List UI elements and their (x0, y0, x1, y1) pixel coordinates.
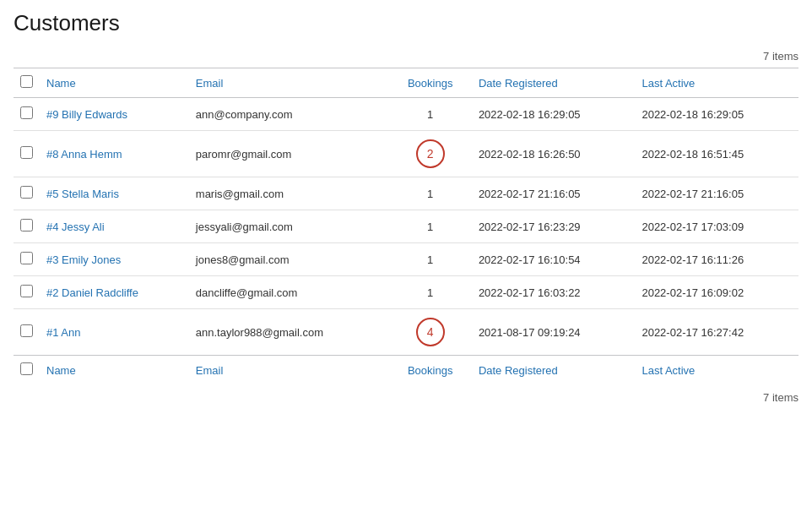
row-last-active: 2022-02-17 17:03:09 (635, 210, 798, 243)
table-body: #9 Billy Edwardsann@company.com12022-02-… (14, 98, 798, 356)
row-checkbox-cell[interactable] (14, 98, 40, 131)
row-checkbox[interactable] (20, 285, 33, 297)
table-row: #5 Stella Marismaris@gmail.com12022-02-1… (14, 177, 798, 210)
row-checkbox-cell[interactable] (14, 243, 40, 276)
row-email: jessyali@gmail.com (189, 210, 389, 243)
row-name: #4 Jessy Ali (40, 210, 189, 243)
customer-name-link[interactable]: #1 Ann (46, 326, 81, 339)
footer-bookings[interactable]: Bookings (389, 356, 472, 385)
row-email: maris@gmail.com (189, 177, 389, 210)
items-count-bottom: 7 items (14, 391, 798, 404)
header-date-registered[interactable]: Date Registered (472, 68, 636, 98)
customer-name-link[interactable]: #2 Daniel Radcliffe (46, 286, 138, 299)
table-header-row: Name Email Bookings Date Registered Last… (14, 68, 798, 98)
row-email: jones8@gmail.com (189, 243, 389, 276)
select-all-footer-checkbox[interactable] (20, 362, 33, 375)
row-bookings: 2 (389, 131, 472, 177)
row-checkbox-cell[interactable] (14, 309, 40, 356)
row-name: #3 Emily Jones (40, 243, 189, 276)
header-name[interactable]: Name (40, 68, 189, 98)
footer-last-active[interactable]: Last Active (635, 356, 798, 385)
row-checkbox[interactable] (20, 146, 33, 159)
row-checkbox-cell[interactable] (14, 177, 40, 210)
row-checkbox-cell[interactable] (14, 131, 40, 177)
row-name: #8 Anna Hemm (40, 131, 189, 177)
customer-name-link[interactable]: #9 Billy Edwards (46, 108, 127, 121)
booking-circle: 4 (416, 318, 445, 346)
row-checkbox[interactable] (20, 106, 33, 119)
row-date-registered: 2022-02-17 16:23:29 (472, 210, 636, 243)
table-row: #4 Jessy Alijessyali@gmail.com12022-02-1… (14, 210, 798, 243)
table-row: #8 Anna Hemmparomr@gmail.com22022-02-18 … (14, 131, 798, 177)
footer-date-registered[interactable]: Date Registered (472, 356, 636, 385)
row-date-registered: 2022-02-18 16:29:05 (472, 98, 636, 131)
row-name: #9 Billy Edwards (40, 98, 189, 131)
table-row: #1 Annann.taylor988@gmail.com42021-08-17… (14, 309, 798, 356)
select-all-checkbox[interactable] (20, 75, 33, 88)
booking-value: 1 (427, 253, 433, 266)
table-row: #9 Billy Edwardsann@company.com12022-02-… (14, 98, 798, 131)
row-bookings: 1 (389, 276, 472, 309)
row-date-registered: 2022-02-17 21:16:05 (472, 177, 636, 210)
row-date-registered: 2021-08-17 09:19:24 (472, 309, 636, 356)
row-last-active: 2022-02-17 21:16:05 (635, 177, 798, 210)
row-last-active: 2022-02-17 16:27:42 (635, 309, 798, 356)
row-checkbox[interactable] (20, 324, 33, 337)
customers-table: Name Email Bookings Date Registered Last… (14, 68, 798, 384)
row-last-active: 2022-02-18 16:29:05 (635, 98, 798, 131)
booking-value: 1 (427, 108, 433, 121)
table-row: #2 Daniel Radcliffedancliffe@gmail.com12… (14, 276, 798, 309)
page-wrapper: Customers 7 items Name Email Bookings Da… (0, 0, 812, 512)
row-email: ann@company.com (189, 98, 389, 131)
booking-value: 1 (427, 286, 433, 299)
row-email: paromr@gmail.com (189, 131, 389, 177)
row-checkbox[interactable] (20, 219, 33, 231)
customer-name-link[interactable]: #8 Anna Hemm (46, 148, 122, 161)
table-footer-row: Name Email Bookings Date Registered Last… (14, 356, 798, 385)
row-name: #5 Stella Maris (40, 177, 189, 210)
row-last-active: 2022-02-17 16:09:02 (635, 276, 798, 309)
booking-value: 1 (427, 221, 433, 233)
row-checkbox[interactable] (20, 186, 33, 199)
booking-value: 1 (427, 188, 433, 200)
header-last-active[interactable]: Last Active (635, 68, 798, 98)
footer-email[interactable]: Email (189, 356, 389, 385)
row-last-active: 2022-02-17 16:11:26 (635, 243, 798, 276)
row-name: #2 Daniel Radcliffe (40, 276, 189, 309)
row-checkbox-cell[interactable] (14, 276, 40, 309)
row-email: dancliffe@gmail.com (189, 276, 389, 309)
row-checkbox[interactable] (20, 252, 33, 264)
customer-name-link[interactable]: #3 Emily Jones (46, 253, 121, 266)
customer-name-link[interactable]: #5 Stella Maris (46, 188, 119, 200)
footer-name[interactable]: Name (40, 356, 189, 385)
row-bookings: 4 (389, 309, 472, 356)
row-name: #1 Ann (40, 309, 189, 356)
row-bookings: 1 (389, 243, 472, 276)
row-date-registered: 2022-02-18 16:26:50 (472, 131, 636, 177)
items-count-top: 7 items (14, 50, 798, 63)
row-checkbox-cell[interactable] (14, 210, 40, 243)
booking-circle: 2 (416, 139, 445, 168)
row-bookings: 1 (389, 177, 472, 210)
row-bookings: 1 (389, 210, 472, 243)
row-date-registered: 2022-02-17 16:03:22 (472, 276, 636, 309)
row-email: ann.taylor988@gmail.com (189, 309, 389, 356)
header-bookings[interactable]: Bookings (389, 68, 472, 98)
row-bookings: 1 (389, 98, 472, 131)
row-date-registered: 2022-02-17 16:10:54 (472, 243, 636, 276)
customer-name-link[interactable]: #4 Jessy Ali (46, 221, 105, 233)
table-row: #3 Emily Jonesjones8@gmail.com12022-02-1… (14, 243, 798, 276)
page-title: Customers (14, 10, 798, 36)
header-email[interactable]: Email (189, 68, 389, 98)
footer-checkbox-cell[interactable] (14, 356, 40, 385)
header-checkbox-cell[interactable] (14, 68, 40, 98)
row-last-active: 2022-02-18 16:51:45 (635, 131, 798, 177)
